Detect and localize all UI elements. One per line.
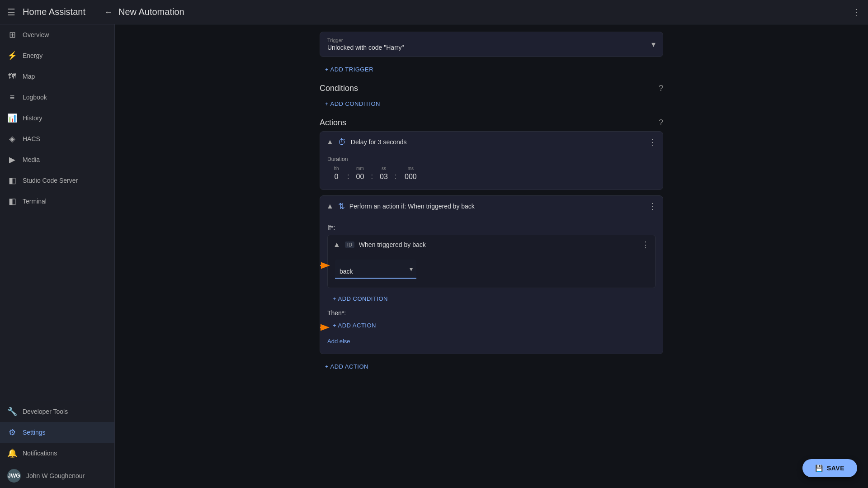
then-add-action-button[interactable]: + ADD ACTION <box>327 318 382 332</box>
duration-label: Duration <box>327 156 656 162</box>
perform-if-title: Perform an action if: When triggered by … <box>349 203 644 210</box>
sidebar-item-overview[interactable]: ⊞ Overview <box>0 24 114 45</box>
nested-add-condition-button[interactable]: + ADD CONDITION <box>327 292 393 306</box>
sidebar-item-hacs[interactable]: ◈ HACS <box>0 128 114 149</box>
save-icon: 💾 <box>815 464 823 472</box>
sidebar-item-energy[interactable]: ⚡ Energy <box>0 45 114 66</box>
duration-mm: mm <box>351 166 369 182</box>
sidebar-item-media[interactable]: ▶ Media <box>0 149 114 170</box>
save-button[interactable]: 💾 SAVE <box>802 459 857 477</box>
conditions-title: Conditions <box>320 84 358 93</box>
delay-body: Duration hh : mm : ss <box>320 152 663 190</box>
overview-icon: ⊞ <box>7 30 17 40</box>
perform-if-header: ▲ ⇅ Perform an action if: When triggered… <box>320 196 663 217</box>
sidebar-item-label: Logbook <box>23 94 47 101</box>
action-card-delay-header: ▲ ⏱ Delay for 3 seconds ⋮ <box>320 132 663 152</box>
conditions-section-header: Conditions ? <box>320 84 663 93</box>
sidebar-item-label: Settings <box>23 429 46 436</box>
duration-ms: ms <box>398 166 423 182</box>
sidebar-item-label: Energy <box>23 52 42 59</box>
add-else-button[interactable]: Add else <box>327 336 350 346</box>
trigger-card: Trigger Unlocked with code "Harry" ▾ <box>320 32 663 57</box>
hh-input[interactable] <box>327 172 345 182</box>
then-label: Then*: <box>327 309 656 317</box>
mm-input[interactable] <box>351 172 369 182</box>
sidebar-item-map[interactable]: 🗺 Map <box>0 66 114 87</box>
perform-if-collapse-icon[interactable]: ▲ <box>326 202 334 210</box>
sidebar-item-label: Studio Code Server <box>23 177 78 184</box>
sidebar-item-label: Media <box>23 156 40 163</box>
history-icon: 📊 <box>7 113 17 123</box>
sidebar-item-settings[interactable]: ⚙ Settings <box>0 422 114 443</box>
sidebar-item-developer-tools[interactable]: 🔧 Developer Tools <box>0 401 114 422</box>
delay-title: Delay for 3 seconds <box>351 138 644 146</box>
media-icon: ▶ <box>7 155 17 165</box>
notifications-icon: 🔔 <box>7 448 17 458</box>
delay-collapse-icon[interactable]: ▲ <box>326 138 334 146</box>
delay-more-icon[interactable]: ⋮ <box>648 137 656 147</box>
ms-input[interactable] <box>398 172 423 182</box>
more-options-icon[interactable]: ⋮ <box>852 7 861 18</box>
annotation-arrow-1 <box>320 259 331 272</box>
user-name: John W Goughenour <box>26 472 85 479</box>
actions-title: Actions <box>320 118 346 128</box>
bottom-add-action-button[interactable]: + ADD ACTION <box>320 360 374 374</box>
nested-condition-title: When triggered by back <box>359 241 637 248</box>
delay-icon: ⏱ <box>338 137 346 147</box>
condition-id-badge: ID <box>345 242 354 248</box>
terminal-icon: ◧ <box>7 196 17 206</box>
sidebar-item-logbook[interactable]: ≡ Logbook <box>0 87 114 108</box>
menu-icon[interactable]: ☰ <box>7 7 15 18</box>
studio-code-icon: ◧ <box>7 175 17 185</box>
duration-sep-3: : <box>393 172 398 182</box>
trigger-dropdown-wrapper: Trigger back ▾ <box>335 260 416 279</box>
add-condition-button[interactable]: + ADD CONDITION <box>320 97 386 111</box>
trigger-field-select[interactable]: back <box>335 260 416 279</box>
sidebar-item-studio-code-server[interactable]: ◧ Studio Code Server <box>0 170 114 191</box>
trigger-expand-icon[interactable]: ▾ <box>651 39 656 49</box>
automation-editor: Trigger Unlocked with code "Harry" ▾ + A… <box>311 24 672 381</box>
conditions-help-icon[interactable]: ? <box>659 84 663 93</box>
nested-condition-body: Trigger back ▾ 1 <box>328 254 655 288</box>
developer-tools-icon: 🔧 <box>7 407 17 417</box>
nested-condition-card: ▲ ID When triggered by back ⋮ Trigger ba… <box>327 235 656 288</box>
add-trigger-button[interactable]: + ADD TRIGGER <box>320 62 379 76</box>
sidebar-item-user[interactable]: JWG John W Goughenour <box>0 464 114 488</box>
nested-collapse-icon[interactable]: ▲ <box>333 241 340 249</box>
duration-sep-2: : <box>369 172 374 182</box>
nested-condition-more-icon[interactable]: ⋮ <box>642 240 650 250</box>
hh-label: hh <box>334 166 339 171</box>
nested-condition-header: ▲ ID When triggered by back ⋮ <box>328 235 655 254</box>
sidebar-item-label: HACS <box>23 135 40 142</box>
actions-section-header: Actions ? <box>320 118 663 128</box>
sidebar-item-label: History <box>23 114 42 122</box>
energy-icon: ⚡ <box>7 51 17 61</box>
actions-help-icon[interactable]: ? <box>659 118 663 128</box>
logbook-icon: ≡ <box>7 92 17 102</box>
sidebar-item-label: Overview <box>23 31 49 38</box>
ss-input[interactable] <box>375 172 393 182</box>
trigger-field-value: Unlocked with code "Harry" <box>327 44 404 51</box>
back-button[interactable]: ← <box>104 7 113 17</box>
sidebar: ⊞ Overview ⚡ Energy 🗺 Map ≡ Logbook 📊 Hi… <box>0 24 115 488</box>
perform-if-body: If*: ▲ ID When triggered by back ⋮ Trigg… <box>320 217 663 354</box>
app-title: Home Assistant <box>23 7 95 17</box>
sidebar-item-label: Developer Tools <box>23 408 68 415</box>
hacs-icon: ◈ <box>7 134 17 144</box>
sidebar-item-notifications[interactable]: 🔔 Notifications <box>0 443 114 464</box>
trigger-field-label: Trigger <box>327 38 404 43</box>
duration-sep-1: : <box>345 172 351 182</box>
perform-if-icon: ⇅ <box>338 201 345 211</box>
sidebar-item-history[interactable]: 📊 History <box>0 108 114 128</box>
duration-row: hh : mm : ss : <box>327 166 656 182</box>
content-area: Trigger Unlocked with code "Harry" ▾ + A… <box>115 24 868 488</box>
sidebar-item-terminal[interactable]: ◧ Terminal <box>0 191 114 212</box>
ss-label: ss <box>382 166 386 171</box>
page-title: New Automation <box>118 7 852 17</box>
topbar: ☰ Home Assistant ← New Automation ⋮ <box>0 0 868 24</box>
action-card-delay: ▲ ⏱ Delay for 3 seconds ⋮ Duration hh : <box>320 131 663 190</box>
avatar: JWG <box>7 469 21 483</box>
perform-if-more-icon[interactable]: ⋮ <box>648 201 656 211</box>
sidebar-item-label: Map <box>23 73 35 80</box>
mm-label: mm <box>356 166 364 171</box>
